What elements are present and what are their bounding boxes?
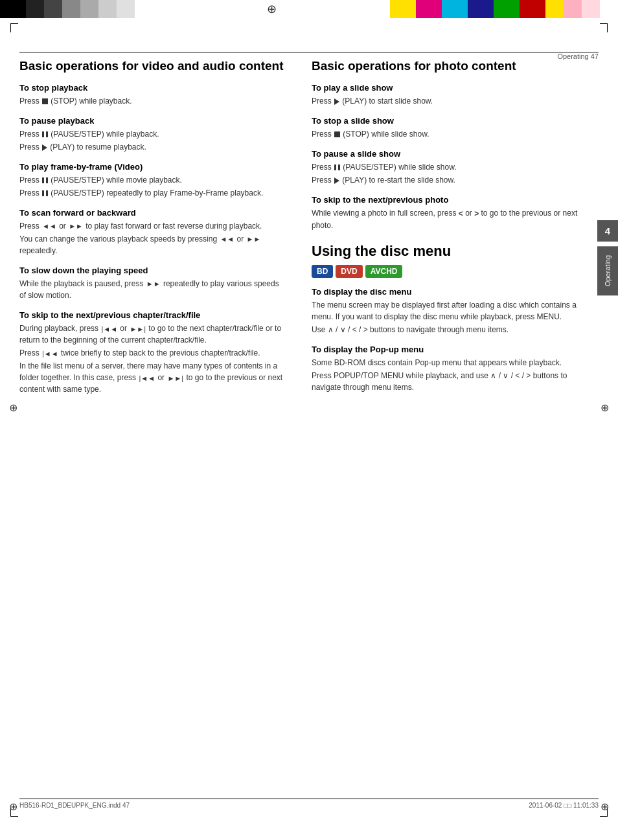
play-symbol [42, 144, 47, 151]
left-column: Basic operations for video and audio con… [19, 58, 305, 801]
stop-playback-text: Press (STOP) while playback. [19, 95, 287, 107]
pause-playback-text2: Press (PLAY) to resume playback. [19, 141, 287, 153]
scan-text2: You can change the various playback spee… [19, 233, 287, 256]
pause-slideshow-text1: Press (PAUSE/STEP) while slide show. [312, 161, 579, 173]
pause-symbol2 [42, 177, 48, 183]
left-arrow-symbol: < [459, 208, 463, 220]
subsection-display-disc-menu-title: To display the disc menu [312, 287, 579, 297]
corner-mark-tl [10, 23, 18, 32]
fbf-text2: Press (PAUSE/STEP) repeatedly to play Fr… [19, 187, 287, 199]
subsection-skip-chapter-title: To skip to the next/previous chapter/tra… [19, 310, 287, 320]
rewind-symbol2: ◄◄ [220, 234, 234, 245]
subsection-popup-menu-title: To display the Pop-up menu [312, 345, 579, 354]
play-symbol5 [334, 177, 339, 184]
play-slideshow-text: Press (PLAY) to start slide show. [312, 95, 579, 107]
right-column: Basic operations for photo content To pl… [305, 58, 579, 801]
stop-symbol2 [334, 131, 340, 137]
left-section-title: Basic operations for video and audio con… [19, 58, 287, 74]
subsection-stop-playback-title: To stop playback [19, 83, 287, 93]
sidebar-number: 4 [597, 220, 618, 242]
slowdown-text: While the playback is paused, press ►► r… [19, 278, 287, 301]
sidebar-label: Operating [597, 246, 618, 295]
footer-right-text: 2011-06-02 □□ 11:01:33 [529, 802, 599, 809]
fastfwd-symbol3: ►► [146, 278, 161, 289]
subsection-skip-photo-title: To skip to the next/previous photo [312, 195, 579, 205]
color-bar-top: ⊕ [0, 0, 618, 18]
skipfwd-symbol: ►►| [130, 324, 146, 335]
subsection-stop-slideshow-title: To stop a slide show [312, 116, 579, 126]
stop-symbol [42, 98, 48, 104]
compass-top-icon: ⊕ [262, 0, 281, 18]
compass-bottom-left-icon: ⊕ [9, 800, 17, 813]
fbf-text1: Press (PAUSE/STEP) while movie playback. [19, 174, 287, 186]
skip-chapter-text1: During playback, press |◄◄ or ►►| to go … [19, 323, 287, 346]
skip-chapter-text2: Press |◄◄ twice briefly to step back to … [19, 347, 287, 359]
subsection-scan-title: To scan forward or backward [19, 208, 287, 218]
disc-menu-section-title: Using the disc menu [312, 243, 579, 260]
skipback-symbol3: |◄◄ [139, 373, 155, 384]
stop-slideshow-text: Press (STOP) while slide show. [312, 128, 579, 140]
subsection-slowdown-title: To slow down the playing speed [19, 266, 287, 275]
corner-mark-tr [600, 23, 608, 32]
display-disc-menu-text2: Use ∧ / ∨ / < / > buttons to navigate th… [312, 324, 579, 335]
skip-chapter-text3: In the file list menu of a server, there… [19, 360, 287, 395]
compass-bottom-right-icon: ⊕ [601, 800, 609, 813]
skipfwd-symbol2: ►►| [167, 373, 183, 384]
footer-left-text: HB516-RD1_BDEUPPK_ENG.indd 47 [19, 802, 130, 809]
pause-symbol [42, 131, 48, 137]
compass-mid-left-icon: ⊕ [9, 402, 17, 414]
badge-avchd: AVCHD [365, 265, 403, 278]
rewind-symbol: ◄◄ [42, 221, 56, 232]
fastfwd-symbol: ►► [69, 221, 83, 232]
badge-bd: BD [312, 265, 333, 278]
pause-symbol4 [334, 165, 340, 170]
popup-menu-text1: Some BD-ROM discs contain Pop-up menu th… [312, 357, 579, 369]
subsection-pause-slideshow-title: To pause a slide show [312, 149, 579, 159]
popup-menu-text2: Press POPUP/TOP MENU while playback, and… [312, 370, 579, 393]
pause-symbol3 [42, 190, 48, 196]
subsection-pause-playback-title: To pause playback [19, 116, 287, 126]
subsection-play-slideshow-title: To play a slide show [312, 83, 579, 93]
main-content: Basic operations for video and audio con… [19, 58, 579, 801]
fastfwd-symbol2: ►► [247, 234, 261, 245]
skipback-symbol2: |◄◄ [42, 348, 58, 359]
subsection-framebframe-title: To play frame-by-frame (Video) [19, 162, 287, 172]
skipback-symbol: |◄◄ [101, 324, 117, 335]
pause-playback-text1: Press (PAUSE/STEP) while playback. [19, 128, 287, 140]
badge-dvd: DVD [336, 265, 362, 278]
footer: HB516-RD1_BDEUPPK_ENG.indd 47 2011-06-02… [19, 799, 599, 809]
pause-slideshow-text2: Press (PLAY) to re-start the slide show. [312, 174, 579, 186]
skip-photo-text: While viewing a photo in full screen, pr… [312, 207, 579, 231]
display-disc-menu-text1: The menu screen may be displayed first a… [312, 299, 579, 323]
right-arrow-symbol: > [474, 208, 479, 220]
play-symbol4 [334, 98, 339, 105]
right-section-title: Basic operations for photo content [312, 58, 579, 74]
scan-text1: Press ◄◄ or ►► to play fast forward or f… [19, 220, 287, 232]
disc-badges: BD DVD AVCHD [312, 265, 579, 278]
compass-mid-right-icon: ⊕ [601, 402, 609, 414]
